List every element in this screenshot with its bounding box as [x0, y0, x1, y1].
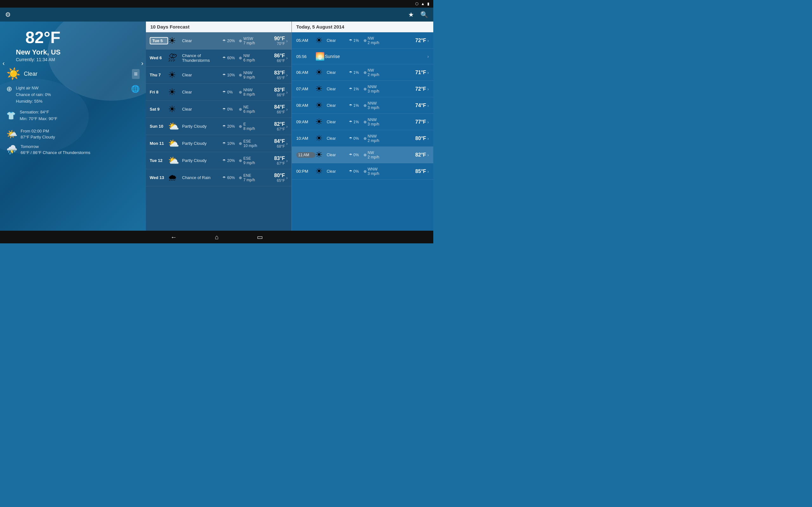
hourly-row[interactable]: 10:AM ☀ Clear ☂ 0% ⊕ NNW2 mp/h 80°F ›	[292, 130, 433, 147]
hourly-row[interactable]: 11:AM ☀ Clear ☂ 0% ⊕ NW2 mp/h 82°F ›	[292, 147, 433, 163]
hourly-weather-icon: ☀	[315, 36, 327, 45]
forecast-rain: ☂ 20%	[222, 124, 239, 129]
hourly-time: 07:AM	[296, 87, 315, 91]
forecast-row[interactable]: Wed 6 ⛈ Chance of Thunderstorms ☂ 60% ⊕ …	[146, 49, 292, 66]
forecast-row[interactable]: Thu 7 ☀ Clear ☂ 10% ⊕ NNW9 mp/h 83°F 65°…	[146, 66, 292, 83]
prev-city-button[interactable]: ‹	[3, 60, 5, 67]
temp-high: 83°F	[264, 87, 285, 93]
hourly-row[interactable]: 00:PM ☀ Clear ☂ 0% ⊕ WNW3 mp/h 85°F ›	[292, 163, 433, 180]
list-view-icon[interactable]: ≡	[132, 69, 140, 79]
chevron-right-icon: ›	[286, 90, 288, 95]
forecast-condition: Clear	[182, 72, 222, 77]
hourly-list: 05:AM ☀ Clear ☂ 1% ⊕ NW2 mp/h 72°F › 05:…	[292, 32, 433, 180]
forecast-row[interactable]: Sat 9 ☀ Clear ☂ 0% ⊕ NE6 mp/h 84°F 66°F …	[146, 101, 292, 118]
forecast-row[interactable]: Tue 12 ⛅ Partly Cloudy ☂ 20% ⊕ ESE9 mp/h…	[146, 152, 292, 169]
hourly-rain: ☂ 1%	[349, 87, 363, 91]
hourly-rain: ☂ 1%	[349, 38, 363, 43]
forecast-day-label: Fri 8	[150, 90, 168, 95]
next-city-button[interactable]: ›	[141, 60, 143, 67]
forecast-day-label: Thu 7	[150, 72, 168, 77]
hourly-row[interactable]: 05:AM ☀ Clear ☂ 1% ⊕ NW2 mp/h 72°F ›	[292, 32, 433, 49]
hourly-weather-icon: ☀	[315, 84, 327, 94]
temp-low: 67°F	[264, 127, 285, 131]
search-icon[interactable]: 🔍	[420, 11, 428, 18]
compass-icon: ⊕	[363, 103, 367, 108]
hourly-wind: ⊕ NW2 mp/h	[363, 36, 407, 45]
hourly-temperature: 71°F	[407, 70, 426, 75]
hourly-condition: Clear	[327, 87, 349, 91]
tomorrow-forecast-text: Tomorrow 66°F / 86°F Chance of Thunderst…	[20, 144, 90, 156]
forecast-row[interactable]: Fri 8 ☀ Clear ☂ 0% ⊕ NNW8 mp/h 83°F 66°F…	[146, 83, 292, 101]
chevron-right-icon: ›	[286, 124, 288, 129]
temp-high: 80°F	[264, 173, 285, 178]
hourly-wind: ⊕ NW2 mp/h	[363, 151, 407, 159]
hourly-weather-icon: ☀	[315, 101, 327, 110]
forecast-row[interactable]: Sun 10 ⛅ Partly Cloudy ☂ 20% ⊕ E8 mp/h 8…	[146, 118, 292, 135]
forecast-rain: ☂ 20%	[222, 158, 239, 163]
home-button[interactable]: ⌂	[215, 233, 218, 241]
forecast-weather-icon: ☀	[168, 36, 181, 46]
hourly-row[interactable]: 08:AM ☀ Clear ☂ 1% ⊕ NNW3 mp/h 74°F ›	[292, 97, 433, 114]
hourly-condition: Clear	[327, 169, 349, 174]
forecast-condition: Partly Cloudy	[182, 141, 222, 146]
chevron-right-icon: ›	[427, 70, 429, 75]
chevron-right-icon: ›	[286, 141, 288, 146]
hourly-condition: Clear	[327, 120, 349, 124]
hourly-time: 08:AM	[296, 103, 315, 108]
forecast-row[interactable]: Tue 5 ☀ Clear ☂ 20% ⊕ WSW7 mp/h 90°F 70°…	[146, 32, 292, 49]
compass-icon: ⊕	[239, 158, 242, 163]
forecast-condition: Chance of Thunderstorms	[182, 53, 222, 63]
umbrella-icon: ☂	[222, 141, 226, 146]
hourly-temperature: 82°F	[407, 152, 426, 158]
later-forecast-icon: 🌤️	[6, 129, 17, 139]
forecast-row[interactable]: Mon 11 ⛅ Partly Cloudy ☂ 10% ⊕ ESE10 mp/…	[146, 135, 292, 152]
hourly-rain: ☂ 0%	[349, 136, 363, 141]
chevron-right-icon: ›	[286, 158, 288, 163]
temp-low: 70°F	[264, 42, 285, 46]
umbrella-icon: ☂	[222, 107, 226, 112]
forecast-temps: 83°F 65°F	[264, 70, 285, 80]
hourly-rain: ☂ 1%	[349, 103, 363, 108]
hourly-time: 10:AM	[296, 136, 315, 141]
forecast-temps: 83°F 67°F	[264, 156, 285, 166]
temp-high: 84°F	[264, 138, 285, 144]
hourly-panel: Today, 5 August 2014 05:AM ☀ Clear ☂ 1% …	[292, 21, 433, 231]
globe-icon[interactable]: 🌐	[131, 85, 140, 93]
compass-icon: ⊕	[239, 176, 242, 180]
status-bar: ⬡ ▲ ▮	[0, 0, 433, 8]
chevron-right-icon: ›	[427, 153, 429, 158]
forecast-weather-icon: ☀	[168, 104, 181, 114]
recents-button[interactable]: ▭	[257, 233, 263, 241]
sunrise-row: 05:56 🌅 Sunrise ›	[292, 49, 433, 64]
star-icon[interactable]: ★	[408, 11, 414, 18]
settings-icon[interactable]: ⚙	[5, 11, 11, 18]
compass-icon: ⊕	[239, 107, 242, 112]
battery-icon: ▮	[427, 2, 429, 6]
forecast-rain: ☂ 10%	[222, 141, 239, 146]
temp-high: 84°F	[264, 104, 285, 110]
chevron-right-icon: ›	[427, 119, 429, 124]
hourly-temperature: 85°F	[407, 169, 426, 174]
hourly-rain: ☂ 1%	[349, 70, 363, 75]
compass-icon: ⊕	[363, 38, 367, 43]
forecast-wind: ⊕ E8 mp/h	[239, 122, 264, 131]
forecast-row[interactable]: Wed 13 🌧 Chance of Rain ☂ 60% ⊕ ENE7 mp/…	[146, 169, 292, 186]
umbrella-icon: ☂	[222, 176, 226, 180]
forecast-rain: ☂ 20%	[222, 39, 239, 43]
compass-icon: ⊕	[239, 141, 242, 146]
hourly-wind: ⊕ NNW3 mp/h	[363, 101, 407, 110]
forecast-condition: Partly Cloudy	[182, 124, 222, 129]
back-button[interactable]: ←	[170, 233, 177, 241]
forecast-temps: 84°F 66°F	[264, 104, 285, 114]
hourly-row[interactable]: 06:AM ☀ Clear ☂ 1% ⊕ NW2 mp/h 71°F ›	[292, 64, 433, 81]
forecast-temps: 80°F 65°F	[264, 173, 285, 183]
forecast-wind: ⊕ NNW9 mp/h	[239, 71, 264, 79]
hourly-row[interactable]: 09:AM ☀ Clear ☂ 1% ⊕ NNW3 mp/h 77°F ›	[292, 114, 433, 130]
hourly-condition: Clear	[327, 103, 349, 108]
forecast-rain: ☂ 10%	[222, 73, 239, 77]
forecast-condition: Partly Cloudy	[182, 158, 222, 163]
umbrella-icon: ☂	[222, 158, 226, 163]
forecast-temps: 82°F 67°F	[264, 121, 285, 131]
umbrella-icon: ☂	[349, 169, 352, 174]
hourly-row[interactable]: 07:AM ☀ Clear ☂ 1% ⊕ NNW3 mp/h 72°F ›	[292, 81, 433, 97]
